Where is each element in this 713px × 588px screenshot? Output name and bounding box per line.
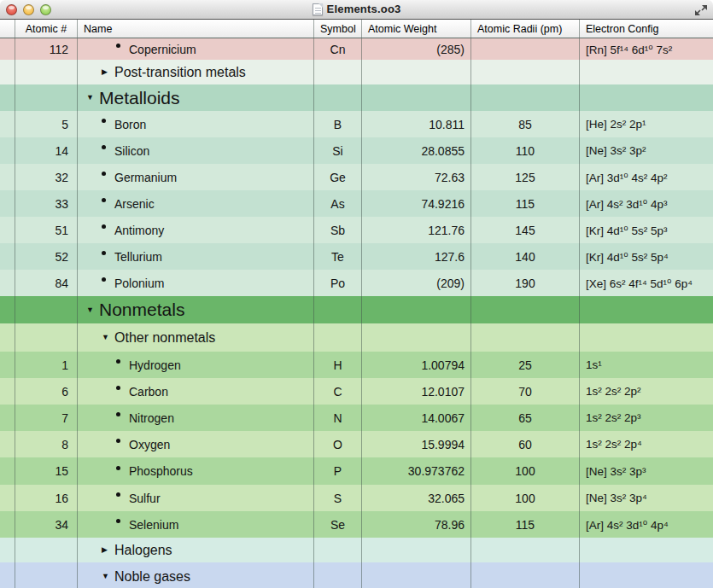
title-bar[interactable]: Elements.oo3: [0, 0, 713, 20]
atomic-number-cell: [15, 323, 78, 352]
item-bullet-handle[interactable]: [102, 122, 114, 126]
name-cell: Silicon: [78, 137, 314, 164]
column-header-electron-config[interactable]: Electron Config: [580, 20, 713, 38]
disclosure-triangle-expanded-icon[interactable]: ▼: [86, 94, 99, 102]
item-bullet-handle[interactable]: [102, 254, 114, 259]
name-cell: Germanium: [78, 164, 314, 190]
item-bullet-handle[interactable]: [102, 175, 114, 179]
section-row[interactable]: ▶Halogens: [0, 538, 713, 562]
item-bullet-handle[interactable]: [116, 389, 129, 393]
atomic-weight-cell: (285): [362, 38, 471, 60]
atomic-radius-cell: 85: [471, 111, 580, 137]
name-cell: Tellurium: [78, 243, 314, 270]
section-row[interactable]: ▶Post-transition metals: [0, 60, 713, 84]
section-row[interactable]: ▼Noble gases: [0, 562, 713, 588]
electron-config-cell: [Ne] 3s² 3p³: [580, 457, 713, 485]
element-row[interactable]: 5BoronB10.81185[He] 2s² 2p¹: [0, 111, 713, 137]
item-bullet-handle[interactable]: [102, 201, 114, 206]
column-header-name[interactable]: Name: [78, 20, 314, 38]
zoom-button[interactable]: [40, 4, 51, 15]
item-bullet-handle[interactable]: [116, 469, 129, 474]
row-gutter: [0, 511, 15, 538]
section-row[interactable]: ▼Other nonmetals: [0, 323, 713, 352]
element-row[interactable]: 16SulfurS32.065100[Ne] 3s² 3p⁴: [0, 485, 713, 511]
atomic-radius-cell: 60: [471, 431, 580, 457]
element-row[interactable]: 7NitrogenN14.0067651s² 2s² 2p³: [0, 405, 713, 431]
element-row[interactable]: 32GermaniumGe72.63125[Ar] 3d¹⁰ 4s² 4p²: [0, 164, 713, 190]
electron-config-cell: [Rn] 5f¹⁴ 6d¹⁰ 7s²: [580, 38, 713, 60]
row-label: Sulfur: [129, 492, 161, 505]
element-row[interactable]: 33ArsenicAs74.9216115[Ar] 4s² 3d¹⁰ 4p³: [0, 190, 713, 217]
symbol-cell: Ge: [314, 164, 362, 190]
item-bullet-handle[interactable]: [116, 522, 129, 527]
atomic-weight-cell: 127.6: [362, 243, 471, 270]
close-button[interactable]: [6, 4, 17, 15]
item-bullet-handle[interactable]: [116, 442, 129, 446]
section-row[interactable]: ▼Nonmetals: [0, 296, 713, 323]
row-gutter: [0, 296, 15, 323]
atomic-weight-cell: [362, 84, 471, 111]
atomic-number-cell: 52: [15, 243, 78, 270]
atomic-radius-cell: 140: [471, 243, 580, 270]
row-gutter: [0, 217, 15, 243]
item-bullet-handle[interactable]: [116, 363, 129, 367]
element-row[interactable]: 52TelluriumTe127.6140[Kr] 4d¹⁰ 5s² 5p⁴: [0, 243, 713, 270]
row-gutter: [0, 270, 15, 296]
bullet-glyph: [116, 466, 120, 470]
row-label: Nonmetals: [99, 300, 184, 320]
item-bullet-handle[interactable]: [102, 148, 114, 153]
symbol-cell: [314, 60, 362, 84]
atomic-radius-cell: [471, 38, 580, 60]
column-header-symbol[interactable]: Symbol: [314, 20, 362, 38]
element-row[interactable]: 14SiliconSi28.0855110[Ne] 3s² 3p²: [0, 137, 713, 164]
atomic-radius-cell: 125: [471, 164, 580, 190]
bullet-glyph: [116, 519, 120, 523]
name-cell: ▼Nonmetals: [78, 296, 314, 323]
atomic-number-cell: 8: [15, 431, 78, 457]
electron-config-cell: [580, 84, 713, 111]
disclosure-triangle-expanded-icon[interactable]: ▼: [102, 573, 114, 580]
atomic-weight-cell: (209): [362, 270, 471, 296]
atomic-weight-cell: [362, 60, 471, 84]
electron-config-cell: [Ar] 4s² 3d¹⁰ 4p³: [580, 190, 713, 217]
element-row[interactable]: 1HydrogenH1.00794251s¹: [0, 352, 713, 378]
column-header-atomic-number[interactable]: Atomic #: [15, 20, 78, 38]
bullet-glyph: [116, 44, 120, 48]
item-bullet-handle[interactable]: [116, 47, 129, 51]
atomic-number-cell: [15, 538, 78, 562]
symbol-cell: [314, 323, 362, 352]
electron-config-cell: [Xe] 6s² 4f¹⁴ 5d¹⁰ 6p⁴: [580, 270, 713, 296]
row-label: Other nonmetals: [114, 330, 215, 346]
bullet-glyph: [102, 277, 106, 282]
element-row[interactable]: 112CoperniciumCn(285)[Rn] 5f¹⁴ 6d¹⁰ 7s²: [0, 38, 713, 60]
disclosure-triangle-collapsed-icon[interactable]: ▶: [102, 546, 114, 554]
symbol-cell: H: [314, 352, 362, 378]
element-row[interactable]: 8OxygenO15.9994601s² 2s² 2p⁴: [0, 431, 713, 457]
disclosure-triangle-collapsed-icon[interactable]: ▶: [102, 68, 114, 76]
fullscreen-icon[interactable]: [694, 3, 708, 17]
bullet-glyph: [102, 119, 106, 123]
name-cell: Antimony: [78, 217, 314, 243]
item-bullet-handle[interactable]: [102, 281, 114, 285]
element-row[interactable]: 15PhosphorusP30.973762100[Ne] 3s² 3p³: [0, 457, 713, 485]
item-bullet-handle[interactable]: [116, 496, 129, 500]
element-row[interactable]: 84PoloniumPo(209)190[Xe] 6s² 4f¹⁴ 5d¹⁰ 6…: [0, 270, 713, 296]
atomic-number-cell: 7: [15, 405, 78, 431]
row-gutter: [0, 352, 15, 378]
disclosure-triangle-expanded-icon[interactable]: ▼: [86, 306, 99, 314]
element-row[interactable]: 6CarbonC12.0107701s² 2s² 2p²: [0, 378, 713, 405]
column-header-row: Atomic # Name Symbol Atomic Weight Atomi…: [0, 20, 713, 38]
item-bullet-handle[interactable]: [102, 228, 114, 232]
element-row[interactable]: 34SeleniumSe78.96115[Ar] 4s² 3d¹⁰ 4p⁴: [0, 511, 713, 538]
row-label: Selenium: [129, 518, 178, 532]
disclosure-triangle-expanded-icon[interactable]: ▼: [102, 334, 114, 341]
section-row[interactable]: ▼Metalloids: [0, 84, 713, 111]
item-bullet-handle[interactable]: [116, 416, 129, 420]
column-header-atomic-weight[interactable]: Atomic Weight: [362, 20, 471, 38]
symbol-cell: N: [314, 405, 362, 431]
element-row[interactable]: 51AntimonySb121.76145[Kr] 4d¹⁰ 5s² 5p³: [0, 217, 713, 243]
window-title: Elements.oo3: [327, 3, 401, 15]
bullet-glyph: [102, 198, 106, 202]
minimize-button[interactable]: [23, 4, 34, 15]
column-header-atomic-radii[interactable]: Atomic Radii (pm): [471, 20, 580, 38]
